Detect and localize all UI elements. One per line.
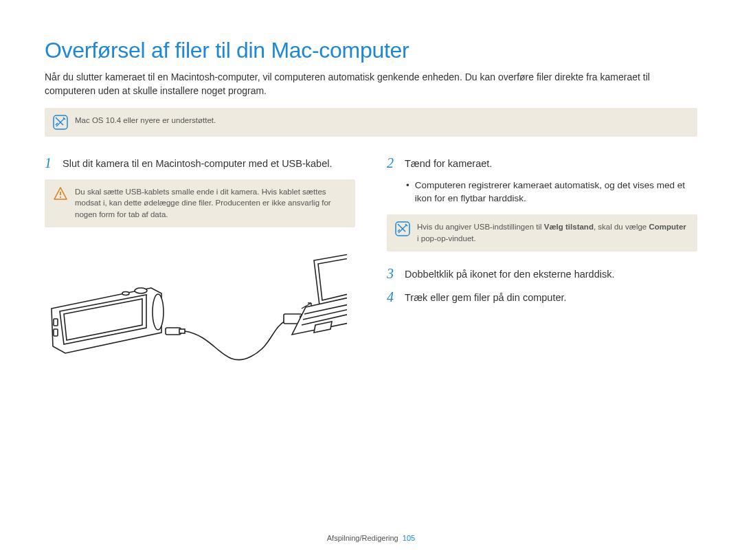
- bullet-text: Computeren registrerer kameraet automati…: [415, 179, 697, 205]
- warning-text: Du skal sætte USB-kablets smalle ende i …: [75, 186, 347, 221]
- top-note-box: Mac OS 10.4 eller nyere er understøttet.: [45, 108, 697, 137]
- footer-section: Afspilning/Redigering: [327, 534, 398, 542]
- step-text: Dobbeltklik på ikonet for den eksterne h…: [405, 267, 614, 282]
- svg-rect-9: [179, 329, 185, 333]
- left-column: 1 Slut dit kamera til en Macintosh-compu…: [45, 156, 355, 370]
- svg-rect-6: [54, 319, 58, 326]
- step-2-bullet: • Computeren registrerer kameraet automa…: [387, 179, 697, 205]
- step-1: 1 Slut dit kamera til en Macintosh-compu…: [45, 156, 355, 171]
- step-text: Slut dit kamera til en Macintosh-compute…: [63, 156, 332, 171]
- step-4: 4 Træk eller gem filer på din computer.: [387, 290, 697, 305]
- svg-point-5: [122, 291, 129, 295]
- step-number: 1: [45, 156, 56, 170]
- step-number: 2: [387, 156, 398, 170]
- warning-icon: [53, 186, 68, 201]
- note-icon: [395, 221, 410, 236]
- right-column: 2 Tænd for kameraet. • Computeren regist…: [387, 156, 697, 370]
- step-number: 4: [387, 290, 398, 304]
- footer-page-number: 105: [403, 534, 415, 542]
- step-text: Træk eller gem filer på din computer.: [405, 290, 567, 305]
- top-note-text: Mac OS 10.4 eller nyere er understøttet.: [75, 115, 216, 126]
- usb-mode-note: Hvis du angiver USB-indstillingen til Væ…: [387, 214, 697, 251]
- svg-point-4: [135, 288, 147, 293]
- step-2: 2 Tænd for kameraet.: [387, 156, 697, 171]
- svg-point-3: [153, 294, 164, 330]
- page-title: Overførsel af filer til din Mac-computer: [45, 38, 697, 63]
- svg-rect-8: [166, 328, 181, 335]
- bullet-dot-icon: •: [406, 179, 409, 205]
- usb-mode-note-text: Hvis du angiver USB-indstillingen til Væ…: [417, 221, 689, 244]
- svg-point-2: [60, 197, 61, 198]
- connection-illustration: [45, 240, 355, 370]
- page-footer: Afspilning/Redigering 105: [0, 534, 742, 542]
- svg-rect-7: [54, 329, 58, 336]
- step-3: 3 Dobbeltklik på ikonet for den eksterne…: [387, 267, 697, 282]
- step-text: Tænd for kameraet.: [405, 156, 492, 171]
- step-number: 3: [387, 267, 398, 280]
- warning-box: Du skal sætte USB-kablets smalle ende i …: [45, 179, 355, 227]
- note-icon: [53, 115, 68, 130]
- intro-paragraph: Når du slutter kameraet til en Macintosh…: [45, 70, 697, 98]
